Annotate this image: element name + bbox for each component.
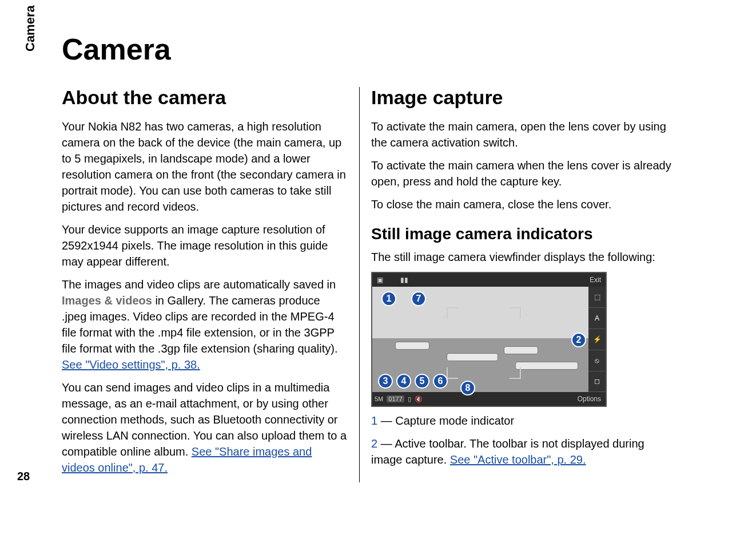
body-text: Your Nokia N82 has two cameras, a high r… bbox=[62, 118, 348, 215]
sidebar-section-label: Camera bbox=[23, 5, 38, 52]
text-run: — Capture mode indicator bbox=[377, 414, 514, 427]
viewfinder-toolbar: ⬚ A ⚡ ⦸ ◻ bbox=[588, 287, 606, 392]
toolbar-item-icon: ⚡ bbox=[588, 329, 606, 350]
toolbar-item-icon: A bbox=[588, 308, 606, 329]
indicator-list-item: 1 — Capture mode indicator bbox=[371, 413, 677, 429]
right-column: Image capture To activate the main camer… bbox=[359, 87, 677, 482]
link-active-toolbar[interactable]: See "Active toolbar", p. 29. bbox=[450, 453, 586, 466]
viewfinder-bottom-info: 5M 0177 ▯ 🔇 bbox=[375, 392, 423, 406]
sound-off-icon: 🔇 bbox=[415, 395, 423, 403]
list-number: 1 bbox=[371, 414, 377, 427]
battery-icon: ▮▮ bbox=[400, 276, 408, 284]
left-column: About the camera Your Nokia N82 has two … bbox=[62, 87, 359, 482]
page-title: Camera bbox=[62, 32, 171, 66]
body-text: The still image camera viewfinder displa… bbox=[371, 249, 677, 265]
viewfinder-illustration: ▣ ▮▮ Exit ⬚ A ⚡ ⦸ ◻ Options 5M 0177 ▯ 🔇 … bbox=[371, 272, 607, 407]
boat-icon bbox=[504, 346, 538, 354]
link-video-settings[interactable]: See "Video settings", p. 38. bbox=[62, 358, 200, 371]
body-text: To activate the main camera when the len… bbox=[371, 157, 677, 189]
text-run: The images and video clips are automatic… bbox=[62, 278, 336, 291]
focus-bracket-icon bbox=[447, 307, 458, 319]
focus-bracket-icon bbox=[447, 367, 458, 379]
resolution-indicator: 5M bbox=[375, 395, 383, 402]
viewfinder-topbar: ▣ ▮▮ Exit bbox=[372, 273, 606, 287]
focus-bracket-icon bbox=[510, 367, 521, 379]
boat-icon bbox=[447, 353, 498, 361]
softkey-exit: Exit bbox=[590, 276, 601, 284]
toolbar-item-icon: ⦸ bbox=[588, 350, 606, 371]
section-heading-image-capture: Image capture bbox=[371, 87, 677, 108]
list-number: 2 bbox=[371, 437, 377, 450]
subsection-heading-indicators: Still image camera indicators bbox=[371, 225, 677, 243]
focus-bracket-icon bbox=[510, 307, 521, 319]
viewfinder-sky bbox=[372, 287, 588, 338]
ui-term: Images & videos bbox=[62, 294, 152, 307]
indicator-list-item: 2 — Active toolbar. The toolbar is not d… bbox=[371, 436, 677, 468]
body-text: You can send images and video clips in a… bbox=[62, 379, 348, 476]
softkey-options: Options bbox=[578, 395, 601, 403]
mode-icon: ▣ bbox=[377, 276, 383, 284]
body-text: To close the main camera, close the lens… bbox=[371, 196, 677, 212]
body-text: The images and video clips are automatic… bbox=[62, 276, 348, 373]
image-counter: 0177 bbox=[387, 395, 404, 402]
page-number: 28 bbox=[17, 470, 30, 483]
memory-icon: ▯ bbox=[408, 395, 411, 403]
section-heading-about: About the camera bbox=[62, 87, 348, 108]
body-text: Your device supports an image capture re… bbox=[62, 221, 348, 270]
body-text: To activate the main camera, open the le… bbox=[371, 118, 677, 151]
toolbar-item-icon: ◻ bbox=[588, 371, 606, 393]
boat-icon bbox=[515, 362, 578, 370]
boat-icon bbox=[395, 342, 429, 350]
toolbar-item-icon: ⬚ bbox=[588, 287, 606, 308]
